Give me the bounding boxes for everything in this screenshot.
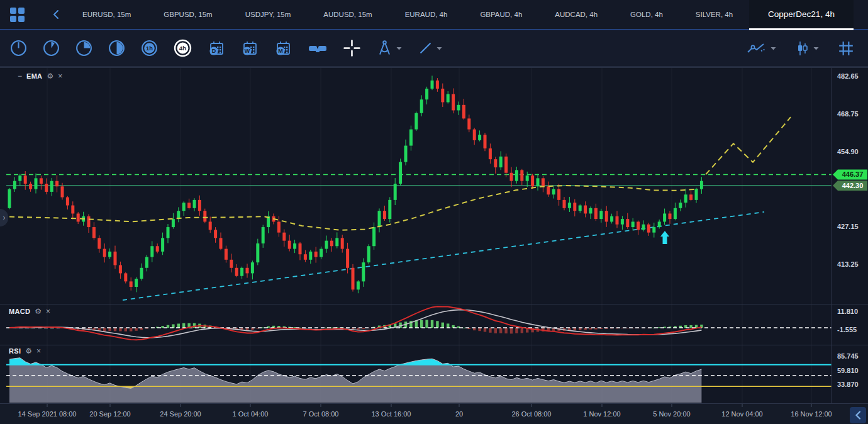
svg-text:D: D <box>212 48 216 54</box>
timeframe-15m-button[interactable] <box>75 40 92 57</box>
chart-tab-eurusd[interactable]: EURUSD, 15m <box>66 0 147 29</box>
close-icon[interactable]: × <box>58 72 62 80</box>
gear-icon[interactable]: ⚙ <box>25 347 32 355</box>
chart-tab-copperdec21[interactable]: CopperDec21, 4h <box>749 0 854 30</box>
range-bars-icon <box>308 40 328 57</box>
calendar-week-icon: W <box>241 40 259 57</box>
candlestick-style-button[interactable] <box>795 40 819 57</box>
close-icon[interactable]: × <box>46 308 50 315</box>
chevron-left-icon <box>855 411 861 420</box>
timeframe-30m-button[interactable] <box>108 40 125 57</box>
timeframe-1h-button[interactable]: 1h <box>141 40 158 57</box>
close-icon[interactable]: × <box>36 347 41 355</box>
chart-toolbar: 1h 4h D <box>0 30 868 67</box>
crosshair-tool-button[interactable] <box>343 40 360 57</box>
candlestick-icon <box>795 40 810 57</box>
ema-label: EMA <box>26 72 42 80</box>
svg-text:1 Nov 12:00: 1 Nov 12:00 <box>583 410 620 418</box>
top-tab-bar: EURUSD, 15mGBPUSD, 15mUSDJPY, 15mAUDUSD,… <box>0 0 868 30</box>
svg-text:454.90: 454.90 <box>837 148 859 155</box>
svg-text:20 Sep 12:00: 20 Sep 12:00 <box>89 410 130 418</box>
grid-icon <box>838 40 854 57</box>
tabs-scroll-left-button[interactable] <box>46 0 66 29</box>
svg-text:26 Oct 08:00: 26 Oct 08:00 <box>512 410 552 418</box>
svg-text:85.745: 85.745 <box>837 352 859 360</box>
svg-text:4h: 4h <box>179 45 186 52</box>
price-chart-canvas[interactable]: 482.65468.75454.90427.15413.2511.810-1.5… <box>0 67 868 424</box>
svg-text:482.65: 482.65 <box>837 72 859 80</box>
gear-icon[interactable]: ⚙ <box>47 72 53 80</box>
svg-text:1 Oct 04:00: 1 Oct 04:00 <box>233 410 269 418</box>
timeframe-5m-button[interactable] <box>43 40 60 57</box>
chart-background <box>0 67 868 404</box>
collapse-icon[interactable]: − <box>18 72 22 80</box>
range-bars-tool-button[interactable] <box>308 40 328 57</box>
svg-text:468.75: 468.75 <box>837 110 859 118</box>
chart-tab-gbpusd[interactable]: GBPUSD, 15m <box>147 0 228 29</box>
layout-grid-icon[interactable] <box>10 8 25 23</box>
chart-style-tools <box>746 40 854 57</box>
gear-icon[interactable]: ⚙ <box>35 308 42 315</box>
rsi-indicator-legend: RSI ⚙ × <box>9 347 41 355</box>
chart-tab-audusd[interactable]: AUDUSD, 15m <box>307 0 388 29</box>
dropdown-caret-icon <box>396 47 402 50</box>
rsi-label: RSI <box>9 347 21 355</box>
timeframe-monthly-button[interactable]: M <box>274 40 292 57</box>
chart-tab-usdjpy[interactable]: USDJPY, 15m <box>229 0 308 29</box>
chart-tab-gbpaud[interactable]: GBPAUD, 4h <box>464 0 538 29</box>
svg-text:14 Sep 2021 08:00: 14 Sep 2021 08:00 <box>18 410 77 418</box>
svg-text:13 Oct 16:00: 13 Oct 16:00 <box>372 410 411 418</box>
svg-text:1h: 1h <box>146 45 153 52</box>
chart-tab-euraud[interactable]: EURAUD, 4h <box>389 0 464 29</box>
svg-text:20: 20 <box>455 410 463 418</box>
dropdown-caret-icon <box>813 47 819 50</box>
svg-text:-1.555: -1.555 <box>837 326 857 333</box>
svg-text:446.37: 446.37 <box>842 170 864 178</box>
macd-indicator-legend: MACD ⚙ × <box>9 308 50 315</box>
polyline-chart-icon <box>746 41 767 56</box>
svg-text:M: M <box>278 48 283 54</box>
svg-text:12 Nov 04:00: 12 Nov 04:00 <box>721 410 762 418</box>
chart-tab-audcad[interactable]: AUDCAD, 4h <box>538 0 614 29</box>
chart-tab-silver[interactable]: SILVER, 4h <box>679 0 749 29</box>
line-tool-icon <box>418 40 433 56</box>
chart-tabs: EURUSD, 15mGBPUSD, 15mUSDJPY, 15mAUDUSD,… <box>66 0 854 29</box>
calendar-day-icon: D <box>208 40 225 57</box>
crosshair-icon <box>343 40 360 57</box>
dropdown-caret-icon <box>437 47 442 50</box>
trendline-tool-button[interactable] <box>418 40 442 56</box>
clock-5m-icon <box>43 40 60 57</box>
svg-text:442.30: 442.30 <box>842 182 864 189</box>
dropdown-caret-icon <box>771 47 776 50</box>
timeframe-1m-button[interactable] <box>10 40 27 57</box>
svg-text:33.870: 33.870 <box>837 381 859 388</box>
clock-1h-icon: 1h <box>141 40 158 57</box>
clock-15m-icon <box>75 40 92 57</box>
svg-text:W: W <box>245 48 250 54</box>
svg-text:5 Nov 20:00: 5 Nov 20:00 <box>653 410 690 418</box>
chart-canvas-area: 482.65468.75454.90427.15413.2511.810-1.5… <box>0 67 868 424</box>
svg-text:11.810: 11.810 <box>837 308 858 315</box>
svg-text:413.25: 413.25 <box>837 260 859 268</box>
ema-indicator-legend: − EMA ⚙ × <box>18 72 62 80</box>
macd-label: MACD <box>9 308 30 315</box>
sidebar-collapse-button[interactable] <box>850 407 866 423</box>
svg-text:7 Oct 08:00: 7 Oct 08:00 <box>303 410 339 418</box>
chevron-left-icon <box>52 9 60 20</box>
svg-text:24 Sep 20:00: 24 Sep 20:00 <box>160 410 201 418</box>
chart-tab-gold[interactable]: GOLD, 4h <box>614 0 679 29</box>
svg-text:59.810: 59.810 <box>837 367 859 374</box>
clock-1m-icon <box>10 40 27 57</box>
timeframe-daily-button[interactable]: D <box>208 40 225 57</box>
calendar-month-icon: M <box>274 40 292 57</box>
timeframe-4h-button-active[interactable]: 4h <box>174 39 192 57</box>
svg-text:427.15: 427.15 <box>837 223 859 230</box>
compass-icon <box>376 40 393 57</box>
line-chart-style-button[interactable] <box>746 41 776 56</box>
drawing-compass-tool-button[interactable] <box>376 40 402 57</box>
clock-30m-icon <box>108 40 125 57</box>
grid-settings-button[interactable] <box>838 40 854 57</box>
svg-text:16 Nov 12:00: 16 Nov 12:00 <box>791 410 832 418</box>
clock-4h-icon: 4h <box>174 39 192 57</box>
timeframe-weekly-button[interactable]: W <box>241 40 259 57</box>
